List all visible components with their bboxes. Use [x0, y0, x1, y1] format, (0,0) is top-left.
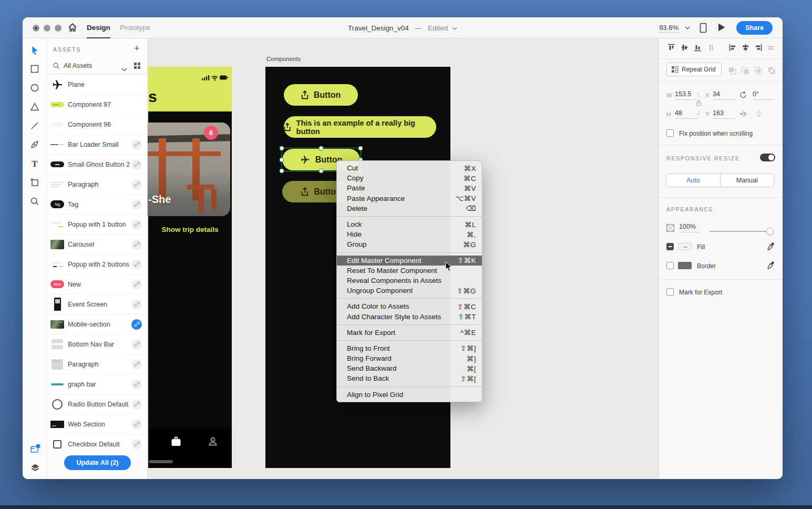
search-icon[interactable] [53, 62, 60, 72]
menu-item-bring-forward[interactable]: Bring Forward⌘] [337, 353, 482, 363]
ellipse-tool-icon[interactable] [29, 83, 40, 93]
asset-item[interactable]: Plane [47, 75, 147, 95]
menu-item-paste-appearance[interactable]: Paste Appearance⌥⌘V [337, 194, 482, 203]
menu-item-reset-to-master[interactable]: Reset To Master Component [337, 266, 482, 276]
flip-horizontal-icon[interactable] [739, 110, 747, 120]
asset-item[interactable]: Web Section [47, 414, 147, 434]
asset-item[interactable]: Carousel [47, 235, 147, 254]
menu-item-add-color[interactable]: Add Color to Assets⇧⌘C [337, 301, 482, 311]
canvas[interactable]: s 6 -She Show trip details [148, 38, 659, 479]
resize-auto-button[interactable]: Auto [666, 174, 721, 187]
asset-item[interactable]: graph bar [47, 374, 147, 394]
link-icon-active[interactable] [131, 319, 142, 330]
menu-item-group[interactable]: Group⌘G [337, 239, 482, 249]
align-bottom-icon[interactable] [694, 44, 702, 52]
rectangle-tool-icon[interactable] [29, 64, 40, 74]
component-button[interactable]: Button [284, 84, 358, 106]
asset-item[interactable]: Popup with 2 buttons [47, 254, 147, 274]
device-preview-icon[interactable] [700, 23, 707, 35]
horizontal-scrollbar[interactable] [149, 460, 173, 463]
boolean-subtract-icon[interactable] [741, 66, 750, 75]
asset-item[interactable]: Bar Loader Small [47, 135, 147, 155]
menu-item-send-backward[interactable]: Send Backward⌘[ [337, 363, 482, 373]
asset-item[interactable]: Popup with 1 button [47, 215, 147, 235]
menu-item-align-to-pixel-grid[interactable]: Align to Pixel Grid [337, 390, 482, 400]
link-icon[interactable] [131, 379, 142, 390]
tab-design[interactable]: Design [87, 17, 110, 38]
polygon-tool-icon[interactable] [29, 101, 40, 112]
asset-item[interactable]: New New [47, 274, 147, 294]
text-tool-icon[interactable]: T [29, 158, 40, 169]
eyedropper-icon[interactable] [767, 242, 775, 252]
link-icon[interactable] [131, 279, 142, 290]
mark-for-export-checkbox[interactable] [666, 288, 674, 296]
menu-item-cut[interactable]: Cut⌘X [337, 163, 482, 173]
height-field[interactable]: 48 [675, 109, 698, 119]
border-swatch[interactable] [678, 262, 692, 269]
link-icon[interactable] [131, 179, 142, 190]
asset-item[interactable]: Tag Tag [47, 195, 147, 215]
boolean-intersect-icon[interactable] [754, 66, 763, 75]
menu-item-lock[interactable]: Lock⌘L [337, 219, 482, 229]
chevron-down-icon[interactable] [685, 26, 690, 29]
menu-item-ungroup-component[interactable]: Ungroup Component⇧⌘G [337, 286, 482, 296]
link-icon[interactable] [131, 239, 142, 250]
link-icon[interactable] [131, 219, 142, 230]
zoom-level[interactable]: 93.6% [658, 24, 680, 33]
menu-item-edit-master-component[interactable]: Edit Master Component⇧⌘K [337, 256, 482, 266]
link-icon[interactable] [131, 439, 142, 450]
zoom-tool-icon[interactable] [29, 196, 40, 207]
maximize-window-icon[interactable] [55, 25, 61, 32]
asset-item[interactable]: Radio Button Default [47, 394, 147, 414]
menu-item-hide[interactable]: Hide⌘, [337, 229, 482, 239]
layers-icon[interactable] [29, 462, 40, 473]
asset-item[interactable]: Component 96 [47, 115, 147, 135]
home-icon[interactable] [68, 23, 77, 34]
y-field[interactable]: 163 [713, 109, 735, 119]
plugins-icon[interactable] [29, 443, 40, 454]
menu-item-reveal-components[interactable]: Reveal Components in Assets [337, 276, 482, 286]
opacity-field[interactable]: 100% [679, 223, 700, 232]
rotate-icon[interactable] [739, 90, 747, 101]
show-trip-details-link[interactable]: Show trip details [148, 226, 232, 233]
artboard-tool-icon[interactable] [29, 177, 40, 188]
document-state[interactable]: Edited [428, 24, 448, 32]
component-button-wide[interactable]: This is an example of a really big butto… [284, 116, 436, 138]
tab-prototype[interactable]: Prototype [120, 17, 150, 38]
align-middle-icon[interactable] [681, 44, 688, 52]
responsive-resize-toggle[interactable] [760, 154, 775, 161]
align-left-icon[interactable] [729, 44, 737, 52]
pen-tool-icon[interactable] [29, 139, 40, 150]
border-checkbox[interactable] [666, 262, 674, 269]
line-tool-icon[interactable] [29, 120, 40, 131]
chevron-down-icon[interactable] [121, 64, 127, 74]
align-right-icon[interactable] [754, 44, 762, 52]
link-icon[interactable] [131, 339, 142, 350]
link-icon[interactable] [131, 139, 142, 150]
asset-item[interactable]: Bottom Nav Bar [47, 334, 147, 354]
profile-icon[interactable] [207, 435, 219, 450]
selection-handle[interactable] [280, 169, 284, 174]
chevron-down-icon[interactable] [452, 17, 457, 38]
link-icon[interactable] [131, 199, 142, 210]
repeat-grid-button[interactable]: Repeat Grid [666, 63, 722, 76]
update-all-button[interactable]: Update All (2) [64, 455, 131, 470]
asset-item[interactable]: Mobile-section [47, 314, 147, 334]
menu-item-copy[interactable]: Copy⌘C [337, 173, 482, 183]
link-icon[interactable] [131, 359, 142, 370]
rotation-field[interactable]: 0° [753, 90, 774, 100]
link-icon[interactable] [131, 159, 142, 170]
fill-swatch[interactable] [678, 243, 692, 250]
menu-item-mark-for-export[interactable]: Mark for Export^⌘E [337, 328, 482, 338]
asset-item[interactable]: Checkbox Default [47, 434, 147, 450]
asset-item[interactable]: Component 97 [47, 95, 147, 115]
zoom-control[interactable]: 93.6% [658, 17, 690, 38]
menu-item-delete[interactable]: Delete⌫ [337, 203, 482, 213]
menu-item-send-to-back[interactable]: Send to Back⇧⌘[ [337, 373, 482, 383]
x-field[interactable]: 34 [713, 90, 735, 100]
menu-item-paste[interactable]: Paste⌘V [337, 183, 482, 193]
grid-view-icon[interactable] [133, 62, 141, 72]
asset-item[interactable]: Small Ghost Button 2 [47, 155, 147, 175]
menu-item-add-character-style[interactable]: Add Character Style to Assets⇧⌘T [337, 311, 482, 321]
link-icon[interactable] [131, 259, 142, 270]
